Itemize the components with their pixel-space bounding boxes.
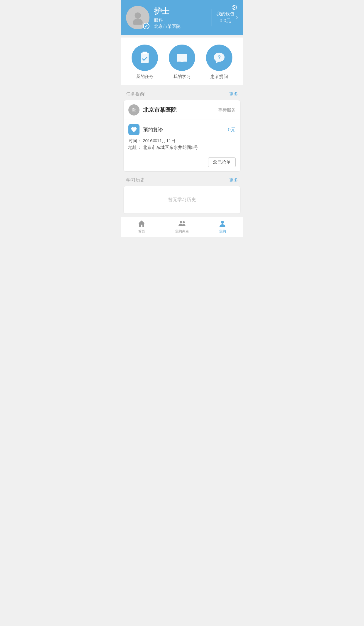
patients-icon <box>178 220 186 228</box>
svg-text:?: ? <box>218 54 221 60</box>
clipboard-check-icon <box>138 51 152 65</box>
user-info: 护士 眼科 北京市某医院 <box>154 6 207 29</box>
task-meta: 时间： 2016年11月11日 地址： 北京市东城区东水井胡同5号 <box>128 138 236 155</box>
svg-point-6 <box>180 221 182 223</box>
patient-questions-button[interactable]: ? 患者提问 <box>206 45 232 79</box>
edit-icon[interactable] <box>143 23 149 29</box>
study-empty-text: 暂无学习历史 <box>168 197 196 202</box>
user-name: 护士 <box>154 6 207 16</box>
address-value: 北京市东城区东水井胡同5号 <box>143 145 198 150</box>
my-tasks-button[interactable]: 我的任务 <box>132 45 158 79</box>
svg-point-1 <box>133 18 143 25</box>
nav-patients[interactable]: 我的患者 <box>162 220 202 234</box>
study-empty-state: 暂无学习历史 <box>124 186 240 213</box>
wallet-label: 我的钱包 <box>217 11 234 17</box>
task-price: 0元 <box>228 126 236 133</box>
chevron-right-icon: › <box>236 14 238 21</box>
task-address: 地址： 北京市东城区东水井胡同5号 <box>128 145 236 150</box>
study-icon-circle <box>169 45 195 71</box>
task-time: 时间： 2016年11月11日 <box>128 138 236 144</box>
svg-point-8 <box>221 221 224 224</box>
questions-icon-circle: ? <box>206 45 232 71</box>
heart-icon-badge <box>128 124 140 135</box>
nav-mine[interactable]: 我的 <box>202 220 243 234</box>
avatar <box>126 6 149 29</box>
time-value: 2016年11月11日 <box>143 138 176 143</box>
task-detail: 预约复诊 0元 时间： 2016年11月11日 地址： 北京市东城区东水井胡同5… <box>124 120 240 155</box>
my-study-button[interactable]: 我的学习 <box>169 45 195 79</box>
tasks-icon-circle <box>132 45 158 71</box>
task-section-header: 任务提醒 更多 <box>121 88 243 100</box>
task-section: 任务提醒 更多 医 北京市某医院 等待服务 预约复诊 0元 <box>121 88 243 171</box>
bottom-nav: 首页 我的患者 我的 <box>121 217 243 237</box>
tasks-label: 我的任务 <box>136 74 154 79</box>
study-more-button[interactable]: 更多 <box>229 177 238 183</box>
address-label: 地址： <box>128 145 142 150</box>
svg-rect-3 <box>142 52 147 54</box>
heart-icon <box>131 126 137 133</box>
nav-patients-label: 我的患者 <box>175 229 189 234</box>
svg-point-7 <box>183 221 185 223</box>
study-section-header: 学习历史 更多 <box>121 174 243 186</box>
home-icon <box>137 220 146 228</box>
svg-rect-2 <box>141 53 149 63</box>
question-bubble-icon: ? <box>212 51 226 65</box>
header-divider <box>212 9 212 26</box>
study-section-title: 学习历史 <box>126 177 145 183</box>
task-status: 等待服务 <box>218 107 236 113</box>
header: ⚙ 护士 眼科 北京市某医院 我的钱包 0.0元 › <box>121 0 243 35</box>
book-icon <box>175 51 189 65</box>
user-department: 眼科 <box>154 18 207 23</box>
nav-home-label: 首页 <box>138 229 145 234</box>
task-more-button[interactable]: 更多 <box>229 91 238 97</box>
task-card: 医 北京市某医院 等待服务 预约复诊 0元 时间： 2016年11月11日 <box>124 100 240 171</box>
icon-grid: 我的任务 我的学习 ? 患者提问 <box>121 38 243 85</box>
study-section: 学习历史 更多 暂无学习历史 <box>121 174 243 213</box>
svg-point-0 <box>135 12 141 18</box>
task-hospital-name: 北京市某医院 <box>143 106 218 114</box>
hospital-badge: 医 <box>128 104 140 116</box>
task-name: 预约复诊 <box>143 126 228 133</box>
wallet-amount: 0.0元 <box>217 18 234 24</box>
wallet-area[interactable]: 我的钱包 0.0元 › <box>217 11 238 24</box>
user-hospital: 北京市某医院 <box>154 24 207 29</box>
time-label: 时间： <box>128 138 142 143</box>
gear-icon[interactable]: ⚙ <box>232 4 238 12</box>
task-hospital-row: 医 北京市某医院 等待服务 <box>124 100 240 120</box>
task-action-row: 您已抢单 <box>124 155 240 171</box>
study-label: 我的学习 <box>173 74 191 79</box>
nav-home[interactable]: 首页 <box>121 220 162 234</box>
task-top-row: 预约复诊 0元 <box>128 124 236 135</box>
questions-label: 患者提问 <box>210 74 228 79</box>
mine-icon <box>218 220 227 228</box>
nav-mine-label: 我的 <box>219 229 226 234</box>
grab-order-button[interactable]: 您已抢单 <box>208 157 236 167</box>
task-section-title: 任务提醒 <box>126 91 145 97</box>
